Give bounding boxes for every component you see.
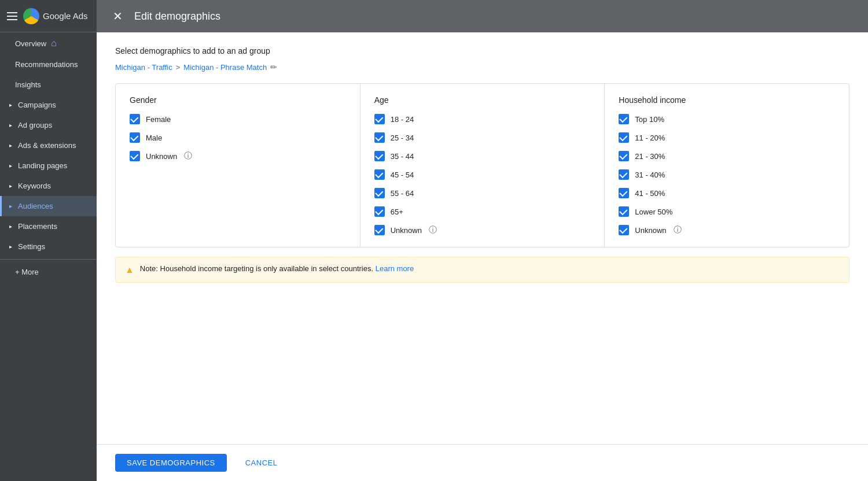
sidebar-divider <box>0 259 97 260</box>
learn-more-link[interactable]: Learn more <box>376 264 414 273</box>
income-41-50-checkbox[interactable] <box>619 188 629 198</box>
warning-message: Note: Household income targeting is only… <box>140 264 373 273</box>
select-label: Select demographics to add to an ad grou… <box>115 46 849 56</box>
income-21-30-item: 21 - 30% <box>619 151 835 161</box>
age-25-34-item: 25 - 34 <box>374 132 591 143</box>
demographics-table: Gender Female Male Unknown ⓘ <box>115 83 849 247</box>
income-31-40-checkbox[interactable] <box>619 169 629 180</box>
sidebar-item-label: Overview <box>15 39 46 48</box>
age-55-64-checkbox[interactable] <box>374 188 385 198</box>
edit-demographics-modal: ✕ Edit demographics Select demographics … <box>97 0 868 481</box>
cancel-button[interactable]: CANCEL <box>236 454 287 472</box>
sidebar-item-more[interactable]: + More <box>0 262 97 282</box>
save-demographics-button[interactable]: SAVE DEMOGRAPHICS <box>115 454 227 472</box>
active-indicator <box>0 196 2 216</box>
sidebar-item-label: Settings <box>18 242 45 251</box>
income-top-10-checkbox[interactable] <box>619 114 629 124</box>
gender-unknown-checkbox[interactable] <box>130 151 140 161</box>
hamburger-menu-icon[interactable] <box>7 12 17 20</box>
age-35-44-item: 35 - 44 <box>374 151 591 161</box>
sidebar-item-label: Recommendations <box>15 60 78 69</box>
expand-arrow-icon: ▸ <box>9 243 12 250</box>
modal-body: Select demographics to add to an ad grou… <box>97 32 868 444</box>
age-45-54-checkbox[interactable] <box>374 169 385 180</box>
income-lower-50-checkbox[interactable] <box>619 206 629 217</box>
income-unknown-item: Unknown ⓘ <box>619 225 835 235</box>
sidebar-item-label: Ads & extensions <box>18 141 76 150</box>
age-55-64-item: 55 - 64 <box>374 188 591 198</box>
sidebar-item-audiences[interactable]: ▸ Audiences <box>0 196 97 216</box>
sidebar-item-label: + More <box>15 268 39 276</box>
sidebar-item-ads-extensions[interactable]: ▸ Ads & extensions <box>0 135 97 156</box>
sidebar-item-overview[interactable]: Overview ⌂ <box>0 32 97 54</box>
main-area: Audiences ✕ Edit demographics Select dem… <box>97 0 868 481</box>
age-65-plus-item: 65+ <box>374 206 591 217</box>
age-65-plus-checkbox[interactable] <box>374 206 385 217</box>
age-18-24-checkbox[interactable] <box>374 114 385 124</box>
breadcrumb: Michigan - Traffic > Michigan - Phrase M… <box>115 62 849 72</box>
sidebar-item-label: Keywords <box>18 182 51 190</box>
warning-text: Note: Household income targeting is only… <box>140 264 414 273</box>
info-icon[interactable]: ⓘ <box>184 151 192 161</box>
modal-footer: SAVE DEMOGRAPHICS CANCEL <box>97 444 868 481</box>
breadcrumb-separator: > <box>176 63 181 72</box>
age-25-34-checkbox[interactable] <box>374 132 385 143</box>
sidebar-item-insights[interactable]: Insights <box>0 75 97 95</box>
sidebar-item-settings[interactable]: ▸ Settings <box>0 236 97 257</box>
edit-pencil-icon[interactable]: ✏ <box>270 62 277 72</box>
expand-arrow-icon: ▸ <box>9 162 12 169</box>
age-45-54-item: 45 - 54 <box>374 169 591 180</box>
breadcrumb-link-traffic[interactable]: Michigan - Traffic <box>115 63 172 72</box>
sidebar-item-placements[interactable]: ▸ Placements <box>0 216 97 236</box>
income-unknown-checkbox[interactable] <box>619 225 629 235</box>
expand-arrow-icon: ▸ <box>9 142 12 149</box>
expand-arrow-icon: ▸ <box>9 122 12 128</box>
app-title: Google Ads <box>43 11 88 21</box>
income-11-20-checkbox[interactable] <box>619 132 629 143</box>
income-top-10-item: Top 10% <box>619 114 835 124</box>
expand-arrow-icon: ▸ <box>9 223 12 230</box>
age-column: Age 18 - 24 25 - 34 35 - 44 <box>361 84 605 247</box>
income-info-icon[interactable]: ⓘ <box>674 225 682 235</box>
sidebar-item-ad-groups[interactable]: ▸ Ad groups <box>0 115 97 135</box>
gender-female-label: Female <box>146 115 171 124</box>
expand-arrow-icon: ▸ <box>9 102 12 108</box>
age-35-44-label: 35 - 44 <box>391 152 414 161</box>
gender-male-item: Male <box>130 132 346 143</box>
sidebar-item-label: Landing pages <box>18 161 67 170</box>
income-31-40-label: 31 - 40% <box>635 171 665 179</box>
gender-male-checkbox[interactable] <box>130 132 140 143</box>
household-income-warning: ▲ Note: Household income targeting is on… <box>115 257 849 283</box>
age-35-44-checkbox[interactable] <box>374 151 385 161</box>
age-unknown-checkbox[interactable] <box>374 225 385 235</box>
age-25-34-label: 25 - 34 <box>391 134 414 142</box>
age-info-icon[interactable]: ⓘ <box>429 225 437 235</box>
sidebar-item-label: Placements <box>18 222 57 231</box>
sidebar-item-label: Ad groups <box>18 121 52 130</box>
sidebar-item-label: Campaigns <box>18 101 56 109</box>
spacer-icon: ▸ <box>9 203 12 209</box>
income-21-30-label: 21 - 30% <box>635 152 665 161</box>
modal-close-button[interactable]: ✕ <box>111 8 125 24</box>
income-21-30-checkbox[interactable] <box>619 151 629 161</box>
age-unknown-label: Unknown <box>391 226 422 235</box>
breadcrumb-link-phrase-match[interactable]: Michigan - Phrase Match <box>183 63 267 72</box>
age-18-24-label: 18 - 24 <box>391 115 414 124</box>
sidebar-item-keywords[interactable]: ▸ Keywords <box>0 176 97 196</box>
expand-arrow-icon: ▸ <box>9 183 12 189</box>
income-lower-50-label: Lower 50% <box>635 208 672 216</box>
gender-unknown-item: Unknown ⓘ <box>130 151 346 161</box>
modal-title: Edit demographics <box>134 10 220 23</box>
income-31-40-item: 31 - 40% <box>619 169 835 180</box>
sidebar-item-campaigns[interactable]: ▸ Campaigns <box>0 95 97 115</box>
gender-header: Gender <box>130 95 346 105</box>
age-65-plus-label: 65+ <box>391 208 403 216</box>
gender-female-checkbox[interactable] <box>130 114 140 124</box>
sidebar-item-label: Insights <box>15 80 41 89</box>
sidebar-item-landing-pages[interactable]: ▸ Landing pages <box>0 156 97 176</box>
warning-triangle-icon: ▲ <box>125 265 134 275</box>
age-header: Age <box>374 95 591 105</box>
income-41-50-label: 41 - 50% <box>635 189 665 198</box>
income-11-20-item: 11 - 20% <box>619 132 835 143</box>
sidebar-item-recommendations[interactable]: Recommendations <box>0 54 97 75</box>
